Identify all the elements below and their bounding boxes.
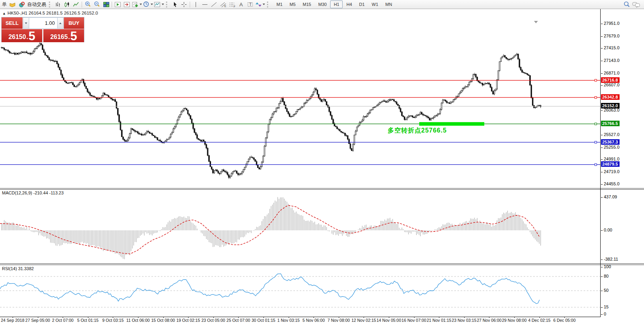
orders-label: 单 bbox=[2, 1, 7, 8]
rsi-tick-label: 15 bbox=[604, 304, 609, 309]
sell-button[interactable]: SELL bbox=[2, 17, 23, 29]
dropdown-caret-icon[interactable] bbox=[162, 4, 164, 5]
timeframe-m15[interactable]: M15 bbox=[299, 0, 315, 8]
dropdown-caret-icon[interactable] bbox=[151, 4, 153, 5]
bar-chart-icon[interactable] bbox=[54, 0, 62, 8]
zoom-out-icon[interactable] bbox=[93, 0, 101, 8]
timeframe-m30[interactable]: M30 bbox=[315, 0, 330, 8]
price-tick-label: 24455.0 bbox=[604, 181, 620, 186]
price-tick-label: 27951.0 bbox=[604, 21, 620, 26]
buy-quote[interactable]: 26165 . 5 bbox=[43, 29, 84, 42]
arrows-shapes-icon[interactable] bbox=[255, 0, 265, 8]
price-tick-mark bbox=[601, 172, 603, 172]
price-tick-label: 26607.0 bbox=[604, 82, 620, 87]
right-axis: 27951.027679.027415.027143.026871.026607… bbox=[601, 9, 644, 317]
chart-shift-marker-icon[interactable] bbox=[534, 21, 538, 23]
fibonacci-icon[interactable]: F bbox=[228, 0, 236, 8]
date-label: 11 Oct 06:00 bbox=[126, 318, 149, 323]
date-label: 15 Oct 08:00 bbox=[151, 318, 175, 323]
rsi-tick-label: 50 bbox=[604, 288, 609, 293]
price-tick-label: 27143.0 bbox=[604, 58, 620, 63]
vertical-line-icon[interactable] bbox=[192, 0, 200, 8]
toolbar-grip bbox=[166, 2, 169, 7]
price-tick-label: 27415.0 bbox=[604, 45, 620, 50]
date-label: 29 Nov 08:00 bbox=[502, 318, 526, 323]
volume-input[interactable]: 1.00 bbox=[29, 17, 57, 29]
price-chart-panel[interactable]: ▲HK50-,H1 26164.5 26181.5 26126.5 26152.… bbox=[0, 9, 644, 188]
dropdown-caret-icon[interactable] bbox=[263, 4, 265, 5]
date-label: 21 Nov 01:15 bbox=[427, 318, 451, 323]
trendline-icon[interactable] bbox=[210, 0, 218, 8]
date-label: 25 Oct 07:00 bbox=[226, 318, 250, 323]
date-label: 24 Sep 2018 bbox=[1, 318, 24, 323]
date-label: 4 Dec 02:15 bbox=[528, 318, 551, 323]
timeframe-m5[interactable]: M5 bbox=[286, 0, 299, 8]
rsi-chart[interactable] bbox=[0, 265, 600, 317]
horizontal-line-icon[interactable] bbox=[201, 0, 209, 8]
date-label: 16 Nov 07:00 bbox=[401, 318, 426, 323]
equidistant-channel-icon[interactable]: E bbox=[219, 0, 227, 8]
volume-increase-button[interactable] bbox=[57, 17, 63, 29]
sell-price-main: 26150 bbox=[8, 34, 26, 40]
timeframe-m1[interactable]: M1 bbox=[273, 0, 286, 8]
cursor-icon[interactable] bbox=[171, 0, 179, 8]
toolbar-separator bbox=[82, 2, 82, 7]
text-icon[interactable]: A bbox=[237, 0, 245, 8]
price-tick-mark bbox=[601, 135, 603, 135]
timeframe-group: M1M5M15M30H1H4D1W1MN bbox=[273, 0, 396, 8]
volume-decrease-button[interactable] bbox=[23, 17, 29, 29]
date-label: 27 Nov 06:00 bbox=[477, 318, 501, 323]
rsi-panel[interactable]: RSI(14) 31.3382 bbox=[0, 265, 644, 317]
autotrading-icon[interactable] bbox=[17, 0, 26, 8]
candlestick-chart-icon[interactable] bbox=[63, 0, 71, 8]
journal-icon[interactable] bbox=[8, 0, 17, 8]
sell-quote[interactable]: 26150 . 5 bbox=[2, 29, 42, 42]
zoom-in-icon[interactable] bbox=[84, 0, 92, 8]
chart-title: ▲HK50-,H1 26164.5 26181.5 26126.5 26152.… bbox=[2, 11, 98, 15]
price-line-label: 24879.5 bbox=[601, 161, 620, 167]
date-label: 1 Nov 03:15 bbox=[277, 318, 300, 323]
chat-icon[interactable] bbox=[632, 0, 640, 8]
price-tick-mark bbox=[601, 48, 603, 49]
pivot-annotation[interactable]: 多空转折点25766.5 bbox=[388, 127, 447, 135]
buy-button[interactable]: BUY bbox=[63, 17, 84, 29]
rsi-tick-mark bbox=[601, 267, 603, 267]
date-label: 30 Oct 01:15 bbox=[252, 318, 275, 323]
rsi-tick-label: 100 bbox=[604, 264, 611, 269]
macd-tick-label: -382.11 bbox=[604, 257, 618, 261]
autotrading-label[interactable]: 自动交易 bbox=[27, 1, 46, 8]
timeframe-w1[interactable]: W1 bbox=[368, 0, 382, 8]
line-chart-icon[interactable] bbox=[72, 0, 80, 8]
search-icon[interactable] bbox=[623, 0, 631, 8]
timeframe-h4[interactable]: H4 bbox=[343, 0, 355, 8]
periods-clock-icon[interactable] bbox=[143, 0, 153, 8]
price-tick-mark bbox=[601, 110, 603, 111]
timeframe-h1[interactable]: H1 bbox=[330, 0, 343, 8]
candlestick-chart[interactable] bbox=[0, 9, 600, 188]
chart-shift-icon[interactable] bbox=[123, 0, 131, 8]
timeframe-d1[interactable]: D1 bbox=[356, 0, 368, 8]
sell-price-pips: 5 bbox=[28, 31, 35, 41]
time-axis-border bbox=[0, 317, 601, 317]
templates-icon[interactable] bbox=[154, 0, 164, 8]
tile-windows-icon[interactable] bbox=[102, 0, 110, 8]
svg-text:F: F bbox=[233, 5, 235, 8]
buy-price-pips: 5 bbox=[70, 31, 77, 41]
crosshair-icon[interactable] bbox=[180, 0, 188, 8]
macd-label: MACD(12,26,9) -210.44 -113.23 bbox=[2, 190, 63, 195]
date-label: 6 Dec 05:00 bbox=[553, 318, 576, 323]
rsi-label: RSI(14) 31.3382 bbox=[2, 266, 34, 271]
price-line-label: 26716.8 bbox=[601, 77, 620, 83]
auto-scroll-icon[interactable] bbox=[114, 0, 122, 8]
macd-chart[interactable] bbox=[0, 190, 600, 263]
add-indicator-icon[interactable] bbox=[132, 0, 142, 8]
price-tick-label: 25255.0 bbox=[604, 145, 620, 149]
price-tick-mark bbox=[601, 85, 603, 86]
text-label-icon[interactable]: T bbox=[246, 0, 254, 8]
macd-panel[interactable]: MACD(12,26,9) -210.44 -113.23 bbox=[0, 190, 644, 263]
price-tick-mark bbox=[601, 147, 603, 148]
dropdown-caret-icon[interactable] bbox=[140, 4, 142, 5]
collapse-marker-icon[interactable]: ▲ bbox=[2, 11, 6, 15]
timeframe-mn[interactable]: MN bbox=[382, 0, 396, 8]
macd-tick-mark bbox=[601, 260, 603, 260]
